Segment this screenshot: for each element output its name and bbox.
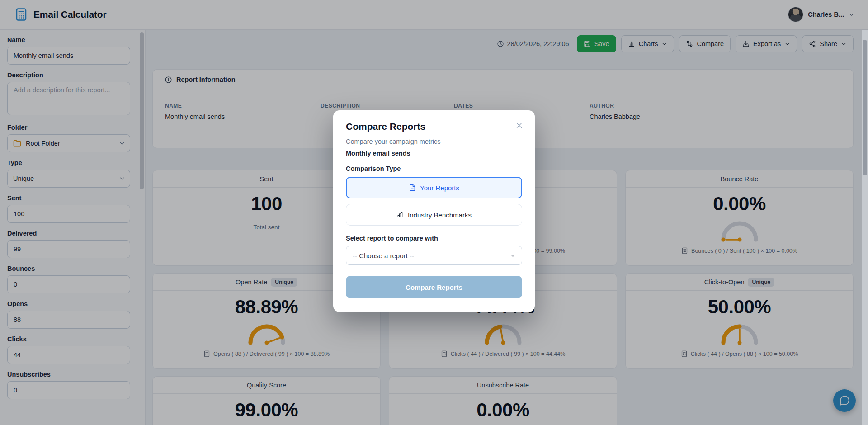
chevron-down-icon (509, 252, 516, 259)
compare-reports-submit-button[interactable]: Compare Reports (346, 276, 522, 298)
your-reports-button[interactable]: Your Reports (346, 177, 522, 198)
bar-chart-icon (396, 211, 404, 218)
modal-report-name: Monthly email sends (346, 150, 522, 157)
modal-subtitle: Compare your campaign metrics (346, 138, 522, 145)
modal-title: Compare Reports (346, 121, 522, 132)
page-scrollbar[interactable] (862, 30, 868, 425)
industry-benchmarks-button[interactable]: Industry Benchmarks (346, 204, 522, 226)
comparison-type-label: Comparison Type (346, 165, 522, 172)
close-icon[interactable] (513, 119, 525, 131)
report-select-value: -- Choose a report -- (353, 252, 414, 260)
file-text-icon (409, 184, 416, 191)
report-select[interactable]: -- Choose a report -- (346, 246, 522, 265)
select-report-label: Select report to compare with (346, 235, 522, 242)
page-scrollbar-thumb[interactable] (863, 40, 867, 175)
compare-reports-modal: Compare Reports Compare your campaign me… (333, 110, 535, 312)
